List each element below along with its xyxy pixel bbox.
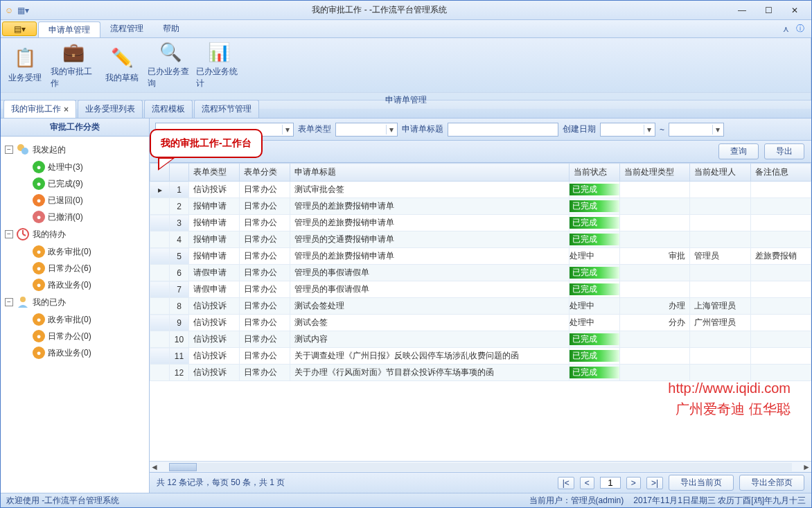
app-icon: ☺: [5, 6, 13, 15]
info-icon[interactable]: ⓘ: [796, 23, 804, 35]
pager-last[interactable]: >|: [646, 477, 663, 489]
status-welcome: 欢迎使用 -工作流平台管理系统: [6, 495, 119, 507]
ribbon-icon: 📋: [14, 47, 36, 69]
disc-icon: ●: [33, 279, 45, 291]
filter-date-from[interactable]: ▾: [600, 123, 655, 137]
callout-annotation: 我的审批工作-工作台: [150, 129, 263, 170]
minimize-button[interactable]: —: [730, 3, 754, 17]
tree-item-2-0[interactable]: ●政务审批(0): [3, 311, 146, 328]
filter-label-date: 创建日期: [563, 123, 596, 135]
export-current-page-button[interactable]: 导出当前页: [669, 475, 734, 491]
watermark: http://www.iqidi.com 广州爱奇迪 伍华聪: [668, 378, 791, 419]
table-row[interactable]: 4报销申请日常办公管理员的交通费报销申请单已完成: [150, 231, 811, 248]
horizontal-scrollbar[interactable]: ◄►: [150, 461, 811, 472]
table-row[interactable]: 11信访投诉日常办公关于调查处理《广州日报》反映公园停车场涉乱收费问题的函已完成: [150, 348, 811, 365]
palette-icon: ●: [33, 313, 45, 326]
ribbon-0[interactable]: 📋业务受理: [1, 38, 49, 92]
table-row[interactable]: 6请假申请日常办公管理员的事假请假单已完成: [150, 265, 811, 281]
maximize-button[interactable]: ☐: [756, 3, 781, 17]
mail-icon: ●: [33, 330, 45, 342]
data-grid[interactable]: 表单类型表单分类申请单标题当前状态当前处理类型当前处理人备注信息▸1信访投诉日常…: [150, 163, 811, 461]
export-all-pages-button[interactable]: 导出全部页: [739, 475, 804, 491]
col-header[interactable]: 当前状态: [569, 164, 619, 182]
table-row[interactable]: 2报销申请日常办公管理员的差旅费报销申请单已完成: [150, 198, 811, 215]
layout-icon[interactable]: ▦▾: [17, 6, 29, 15]
file-menu-button[interactable]: ▤▾: [2, 21, 37, 36]
table-row[interactable]: 10信访投诉日常办公测试内容已完成: [150, 331, 811, 348]
tree-item-1-0[interactable]: ●政务审批(0): [3, 243, 146, 260]
svg-point-1: [21, 148, 28, 155]
menu-help[interactable]: 帮助: [153, 20, 189, 37]
collapse-icon[interactable]: −: [5, 230, 13, 238]
table-row[interactable]: 7请假申请日常办公管理员的事假请假单已完成: [150, 281, 811, 298]
ribbon-3[interactable]: 🔍已办业务查询: [146, 38, 195, 92]
ribbon-4[interactable]: 📊已办业务统计: [195, 38, 243, 92]
tree-item-0-3[interactable]: ●已撤消(0): [3, 209, 146, 225]
menubar: ▤▾ 申请单管理 流程管理 帮助 ⋏ ⓘ: [1, 20, 811, 38]
close-tab-icon[interactable]: ×: [64, 105, 69, 114]
col-header[interactable]: 当前处理类型: [619, 164, 690, 182]
tree-item-1-1[interactable]: ●日常办公(6): [3, 260, 146, 277]
ribbon-icon: 🔍: [159, 41, 182, 63]
doc-tab-3[interactable]: 流程环节管理: [194, 100, 259, 118]
undo-icon: ●: [33, 211, 45, 223]
menu-process-mgmt[interactable]: 流程管理: [100, 20, 153, 37]
check-icon: ●: [33, 177, 45, 190]
doc-tab-1[interactable]: 业务受理列表: [78, 100, 143, 118]
col-header[interactable]: 备注信息: [750, 164, 811, 182]
pager: 共 12 条记录，每页 50 条，共 1 页 |< < > >| 导出当前页 导…: [150, 472, 811, 493]
ribbon-2[interactable]: ✏️我的草稿: [98, 38, 146, 92]
ribbon-icon: ✏️: [111, 47, 133, 69]
doc-tab-0[interactable]: 我的审批工作×: [3, 100, 76, 118]
table-row[interactable]: 5报销申请日常办公管理员的差旅费报销申请单处理中审批管理员差旅费报销: [150, 248, 811, 265]
tree-item-0-0[interactable]: ●处理中(3): [3, 159, 146, 175]
ribbon-1[interactable]: 💼我的审批工作: [49, 38, 98, 92]
collapse-icon[interactable]: −: [5, 146, 13, 154]
sidebar: 审批工作分类 −我发起的●处理中(3)●已完成(9)●已退回(0)●已撤消(0)…: [1, 119, 150, 493]
table-row[interactable]: 8信访投诉日常办公测试会签处理处理中办理上海管理员: [150, 298, 811, 315]
filter-date-to[interactable]: ▾: [669, 123, 724, 137]
query-button[interactable]: 查询: [718, 143, 759, 159]
pager-first[interactable]: |<: [558, 477, 574, 489]
ribbon-icon: 💼: [62, 41, 85, 63]
col-header[interactable]: 当前处理人: [690, 164, 750, 182]
mail-icon: ●: [33, 262, 45, 274]
pager-next[interactable]: >: [626, 477, 641, 489]
tree-group-2[interactable]: −我的已办: [3, 293, 146, 311]
filter-label-type: 表单类型: [298, 123, 331, 135]
tree-item-0-2[interactable]: ●已退回(0): [3, 192, 146, 209]
close-button[interactable]: ✕: [782, 3, 807, 17]
doc-tab-2[interactable]: 流程模板: [144, 100, 193, 118]
svg-point-5: [20, 297, 26, 302]
col-header[interactable]: 申请单标题: [290, 164, 569, 182]
filter-title[interactable]: [448, 123, 558, 137]
titlebar: ☺ ▦▾ 我的审批工作 - -工作流平台管理系统 — ☐ ✕: [1, 1, 811, 20]
disc-icon: ●: [33, 347, 45, 359]
tree-item-2-2[interactable]: ●路政业务(0): [3, 344, 146, 361]
sidebar-title: 审批工作分类: [1, 119, 149, 137]
tree-item-2-1[interactable]: ●日常办公(0): [3, 328, 146, 344]
ribbon: 📋业务受理💼我的审批工作✏️我的草稿🔍已办业务查询📊已办业务统计 申请单管理: [1, 38, 811, 100]
table-row[interactable]: 12信访投诉日常办公关于办理《行风面对面》节目群众投诉停车场事项的函已完成: [150, 365, 811, 381]
filter-form-type[interactable]: ▾: [335, 123, 398, 137]
table-row[interactable]: 3报销申请日常办公管理员的差旅费报销申请单已完成: [150, 215, 811, 231]
collapse-icon[interactable]: −: [5, 298, 13, 306]
pager-page-input[interactable]: [600, 477, 621, 489]
table-row[interactable]: ▸1信访投诉日常办公测试审批会签已完成: [150, 182, 811, 198]
tree-item-0-1[interactable]: ●已完成(9): [3, 175, 146, 192]
status-date: 2017年11月1日星期三 农历丁酉[鸡]年九月十三: [633, 495, 806, 507]
table-row[interactable]: 9信访投诉日常办公测试会签处理中分办广州管理员: [150, 315, 811, 331]
main-panel: ▾ 表单类型 ▾ 申请单标题 创建日期 ▾ ~ ▾ 查询 导出 表单类型表单分类…: [150, 119, 811, 493]
statusbar: 欢迎使用 -工作流平台管理系统 当前用户：管理员(admin) 2017年11月…: [1, 493, 811, 508]
status-user: 当前用户：管理员(admin): [529, 495, 624, 507]
tree-group-1[interactable]: −我的待办: [3, 225, 146, 243]
pager-prev[interactable]: <: [580, 477, 594, 489]
collapse-ribbon-icon[interactable]: ⋏: [783, 24, 789, 34]
tree-group-0[interactable]: −我发起的: [3, 141, 146, 159]
filter-label-title: 申请单标题: [402, 123, 443, 135]
tree-item-1-2[interactable]: ●路政业务(0): [3, 277, 146, 293]
refresh-icon: ●: [33, 161, 45, 173]
menu-request-mgmt[interactable]: 申请单管理: [38, 21, 100, 37]
export-button[interactable]: 导出: [764, 143, 804, 159]
pager-summary: 共 12 条记录，每页 50 条，共 1 页: [157, 477, 285, 489]
